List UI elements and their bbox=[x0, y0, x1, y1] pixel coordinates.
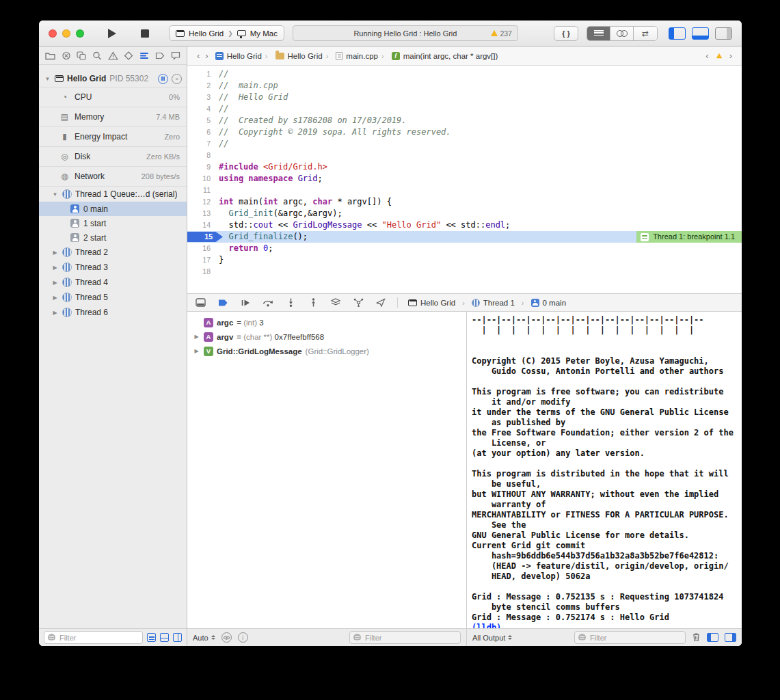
crumb-thread-label[interactable]: Thread 1 bbox=[483, 299, 515, 307]
line-number[interactable]: 12 bbox=[187, 196, 219, 208]
run-button[interactable] bbox=[105, 27, 120, 40]
code-line[interactable]: 4// bbox=[187, 103, 742, 115]
line-number[interactable]: 4 bbox=[187, 103, 219, 115]
view-by-thread-button[interactable] bbox=[160, 633, 169, 642]
line-number[interactable]: 7 bbox=[187, 138, 219, 150]
line-number[interactable]: 1 bbox=[187, 68, 219, 80]
breakpoint-badge[interactable]: 15 bbox=[187, 232, 223, 242]
disclosure-triangle[interactable]: ▶ bbox=[51, 250, 59, 256]
show-variables-view-button[interactable] bbox=[707, 633, 718, 642]
line-number[interactable]: 3 bbox=[187, 92, 219, 103]
stack-frame-row[interactable]: 0 main bbox=[39, 202, 187, 216]
zoom-button[interactable] bbox=[76, 29, 84, 38]
step-into-button[interactable] bbox=[284, 297, 297, 308]
filter-frames-button[interactable] bbox=[147, 633, 156, 642]
pause-process-button[interactable] bbox=[158, 74, 168, 84]
line-number[interactable]: 10 bbox=[187, 173, 219, 185]
console-output[interactable]: --|--|--|--|--|--|--|--|--|--|--|--|--|-… bbox=[467, 312, 742, 628]
next-issue-button[interactable]: › bbox=[727, 51, 735, 61]
find-navigator-button[interactable] bbox=[92, 51, 102, 60]
gauge-row-cpu[interactable]: ◔CPU0% bbox=[39, 87, 187, 107]
debug-area-toggle-button[interactable] bbox=[692, 27, 709, 40]
crumb-frame-label[interactable]: 0 main bbox=[543, 299, 567, 307]
step-over-button[interactable] bbox=[262, 297, 274, 308]
stop-button[interactable] bbox=[137, 27, 152, 40]
code-line[interactable]: 1// bbox=[187, 68, 742, 80]
back-button[interactable]: ‹ bbox=[194, 51, 202, 61]
gauge-row-memory[interactable]: ▤Memory7.4 MB bbox=[39, 107, 187, 126]
thread-row[interactable]: ▶Thread 4 bbox=[39, 275, 187, 290]
code-line[interactable]: 2// main.cpp bbox=[187, 80, 742, 92]
code-line[interactable]: 14 std::cout << GridLogMessage << "Hello… bbox=[187, 219, 742, 231]
disclosure-triangle[interactable]: ▶ bbox=[51, 310, 59, 316]
thread-row[interactable]: ▶Thread 6 bbox=[39, 305, 187, 320]
disclosure-triangle[interactable]: ▶ bbox=[193, 334, 200, 340]
variables-filter-field[interactable] bbox=[349, 631, 461, 644]
inspector-toggle-button[interactable] bbox=[715, 27, 732, 40]
line-number[interactable]: 13 bbox=[187, 208, 219, 219]
line-number[interactable]: 2 bbox=[187, 80, 219, 92]
test-navigator-button[interactable] bbox=[124, 51, 133, 60]
code-line[interactable]: 13 Grid_init(&argc,&argv); bbox=[187, 208, 742, 219]
memory-graph-debugger-button[interactable] bbox=[352, 297, 364, 308]
info-button[interactable]: i bbox=[238, 632, 248, 643]
code-line[interactable]: 5// Created by s1786208 on 17/03/2019. bbox=[187, 115, 742, 126]
minimize-button[interactable] bbox=[62, 29, 70, 38]
line-number[interactable]: 5 bbox=[187, 115, 219, 126]
disclosure-triangle[interactable]: ▶ bbox=[51, 280, 59, 286]
standard-editor-button[interactable] bbox=[587, 27, 610, 40]
continue-button[interactable] bbox=[239, 297, 252, 308]
source-control-navigator-button[interactable] bbox=[62, 51, 71, 60]
quick-look-button[interactable] bbox=[221, 632, 232, 643]
navigator-filter-input[interactable] bbox=[58, 633, 139, 643]
view-by-queue-button[interactable] bbox=[173, 633, 182, 642]
code-line[interactable]: 18 bbox=[187, 266, 742, 278]
debug-navigator-button[interactable] bbox=[139, 51, 150, 60]
line-number[interactable]: 9 bbox=[187, 161, 219, 173]
line-number[interactable]: 18 bbox=[187, 266, 219, 278]
scheme-selector[interactable]: Hello Grid ❯ My Mac bbox=[169, 25, 284, 41]
crumb-process-label[interactable]: Hello Grid bbox=[420, 299, 455, 307]
breakpoints-toggle-button[interactable] bbox=[217, 297, 229, 308]
code-line[interactable]: 16 return 0; bbox=[187, 243, 742, 254]
memory-graph-button[interactable]: ≡ bbox=[172, 74, 182, 84]
view-hierarchy-button[interactable] bbox=[330, 297, 342, 308]
thread-row[interactable]: ▶Thread 2 bbox=[39, 245, 187, 260]
show-console-view-button[interactable] bbox=[725, 633, 736, 642]
line-number[interactable]: 11 bbox=[187, 185, 219, 196]
jumpbar-file-item[interactable]: main.cpp bbox=[336, 52, 378, 60]
line-number[interactable]: 14 bbox=[187, 219, 219, 231]
line-number[interactable]: 8 bbox=[187, 150, 219, 161]
step-out-button[interactable] bbox=[307, 297, 319, 308]
simulate-location-button[interactable] bbox=[375, 297, 387, 308]
code-line[interactable]: 15 Grid_finalize();Thread 1: breakpoint … bbox=[187, 231, 742, 243]
disclosure-triangle[interactable]: ▶ bbox=[51, 295, 59, 301]
line-number[interactable]: 16 bbox=[187, 243, 219, 254]
symbol-navigator-button[interactable] bbox=[77, 51, 86, 60]
jumpbar-function-item[interactable]: f main(int argc, char * argv[]) bbox=[392, 52, 498, 60]
variables-filter-input[interactable] bbox=[364, 633, 457, 643]
version-editor-button[interactable]: ⇄ bbox=[634, 27, 657, 40]
assistant-editor-button[interactable] bbox=[610, 27, 634, 40]
hide-debug-area-button[interactable] bbox=[194, 297, 206, 308]
code-line[interactable]: 6// Copyright © 2019 sopa. All rights re… bbox=[187, 126, 742, 138]
navigator-filter-field[interactable] bbox=[44, 631, 143, 644]
close-button[interactable] bbox=[49, 29, 57, 38]
issue-navigator-button[interactable] bbox=[108, 51, 118, 60]
stack-frame-row[interactable]: 2 start bbox=[39, 230, 187, 245]
line-number[interactable]: 15 bbox=[187, 231, 219, 243]
disclosure-triangle[interactable]: ▶ bbox=[51, 265, 59, 271]
thread-row[interactable]: ▶Thread 5 bbox=[39, 290, 187, 305]
breakpoint-navigator-button[interactable] bbox=[155, 51, 165, 60]
gauge-row-energy[interactable]: ▮Energy ImpactZero bbox=[39, 126, 187, 146]
variable-row[interactable]: Aargc= (int) 3 bbox=[187, 315, 466, 329]
code-line[interactable]: 12int main(int argc, char * argv[]) { bbox=[187, 196, 742, 208]
gauge-row-network[interactable]: ◍Network208 bytes/s bbox=[39, 166, 187, 186]
console-filter-field[interactable] bbox=[574, 631, 686, 644]
line-number[interactable]: 6 bbox=[187, 126, 219, 138]
console-scope-popup[interactable]: All Output bbox=[472, 634, 512, 642]
code-line[interactable]: 3// Hello Grid bbox=[187, 92, 742, 103]
disclosure-triangle[interactable]: ▼ bbox=[51, 191, 59, 198]
thread-row[interactable]: ▼Thread 1 Queue:…d (serial) bbox=[39, 187, 187, 202]
issues-badge[interactable]: 237 bbox=[491, 29, 512, 38]
